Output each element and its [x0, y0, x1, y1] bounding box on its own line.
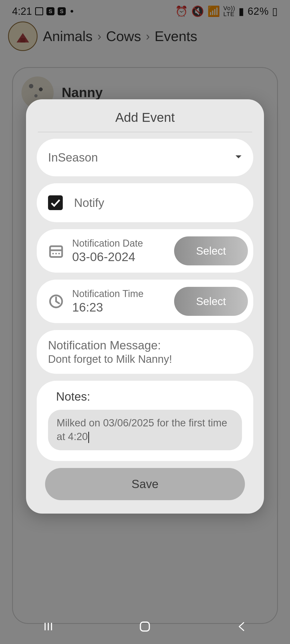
- date-value: 03-06-2024: [72, 250, 166, 264]
- svg-rect-10: [141, 622, 149, 631]
- notification-time-row: Notification Time 16:23 Select: [37, 280, 253, 323]
- caret-down-icon: [235, 155, 242, 160]
- time-value: 16:23: [72, 300, 166, 314]
- notes-label: Notes:: [48, 390, 90, 403]
- date-label: Notification Date: [72, 238, 166, 249]
- notify-checkbox[interactable]: [48, 195, 63, 210]
- notify-row: Notify: [37, 183, 253, 222]
- notification-date-row: Notification Date 03-06-2024 Select: [37, 229, 253, 273]
- event-type-select[interactable]: InSeason: [37, 139, 253, 176]
- notes-value: Milked on 03/06/2025 for the first time …: [57, 417, 227, 442]
- svg-point-5: [58, 253, 60, 254]
- svg-point-3: [52, 253, 54, 254]
- modal-title: Add Event: [26, 110, 264, 132]
- nav-recents-button[interactable]: [40, 619, 56, 635]
- svg-point-4: [55, 253, 57, 254]
- nav-back-button[interactable]: [234, 619, 250, 635]
- notification-message-row[interactable]: Notification Message: Dont forget to Mil…: [37, 330, 253, 374]
- event-type-value: InSeason: [48, 151, 98, 164]
- nav-home-button[interactable]: [137, 619, 153, 635]
- clock-icon: [48, 293, 64, 309]
- svg-rect-1: [50, 246, 62, 257]
- notes-row: Notes: Milked on 03/06/2025 for the firs…: [37, 381, 253, 461]
- add-event-modal: Add Event InSeason Notify Notification D…: [26, 99, 264, 514]
- calendar-icon: [48, 243, 64, 259]
- message-value: Dont forget to Milk Nanny!: [48, 353, 172, 365]
- notes-input[interactable]: Milked on 03/06/2025 for the first time …: [48, 410, 242, 450]
- message-label: Notification Message:: [48, 339, 161, 352]
- select-date-button[interactable]: Select: [174, 236, 248, 265]
- time-label: Notification Time: [72, 288, 166, 299]
- notify-label: Notify: [74, 196, 104, 210]
- system-nav-bar: [0, 609, 290, 644]
- divider: [38, 132, 252, 132]
- select-time-button[interactable]: Select: [174, 287, 248, 316]
- text-cursor: [88, 432, 89, 443]
- save-button[interactable]: Save: [45, 468, 245, 500]
